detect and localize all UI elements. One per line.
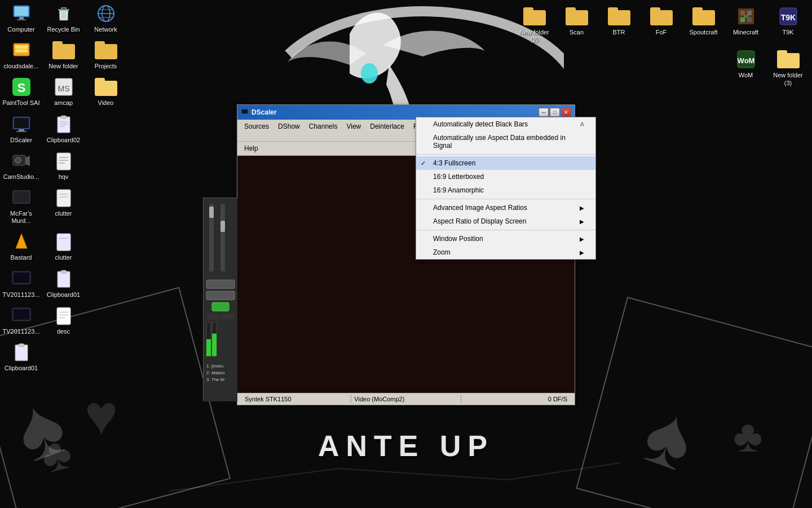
desktop-icon-clutter1[interactable]: clutter xyxy=(42,184,85,227)
clipboard01b-label: Clipboard01 xyxy=(5,365,38,372)
svg-rect-46 xyxy=(57,234,70,251)
desktop-icon-new-folder[interactable]: New folder xyxy=(42,37,85,72)
desktop-icon-tv20111231[interactable]: TV2011123... xyxy=(0,265,42,301)
restore-button[interactable]: □ xyxy=(550,108,560,117)
svg-rect-80 xyxy=(206,314,219,319)
menu-item-auto-detect-bars[interactable]: Automatically detect Black Bars A xyxy=(416,117,595,131)
svg-rect-71 xyxy=(242,110,248,113)
cloudsdale-label: cloudsdale... xyxy=(4,63,39,70)
desktop-icon-bastard[interactable]: Bastard xyxy=(0,228,42,264)
clipboard01-label: Clipboard01 xyxy=(47,291,80,299)
status-fps: 0 DF/S xyxy=(461,395,570,403)
desktop-icon-minecraft[interactable]: Minecraft xyxy=(725,3,767,46)
recycle-bin-icon xyxy=(52,2,75,25)
desktop-icon-network[interactable]: Network xyxy=(85,0,127,36)
scan-icon xyxy=(566,5,588,28)
desktop-icon-clutter2[interactable]: clutter xyxy=(42,228,85,264)
desktop-icon-scan[interactable]: Scan xyxy=(555,3,598,46)
desktop-icon-dscaler[interactable]: DScaler xyxy=(0,111,42,146)
svg-rect-26 xyxy=(14,118,29,128)
wom-icon: WoM xyxy=(735,48,757,71)
menu-dshow[interactable]: DShow xyxy=(273,121,304,140)
desktop-icon-camstudio[interactable]: CamStudio... xyxy=(0,147,42,183)
menu-help[interactable]: Help xyxy=(240,143,263,154)
aspect-ratio-dropdown: Automatically detect Black Bars A Automa… xyxy=(416,117,596,260)
desktop-icons-left: Computer Recycle Bin Network cloudsdale.… xyxy=(0,0,141,374)
desc-label: desc xyxy=(57,328,70,335)
network-label: Network xyxy=(94,26,117,33)
svg-rect-65 xyxy=(747,17,752,22)
t9k-label: T9K xyxy=(782,29,793,36)
desktop-icon-recycle-bin[interactable]: Recycle Bin xyxy=(42,0,85,36)
recycle-bin-label: Recycle Bin xyxy=(47,26,80,33)
menu-item-auto-aspect-data[interactable]: Automatically use Aspect Data embedded i… xyxy=(416,131,595,152)
menu-item-aspect-display[interactable]: Aspect Ratio of Display Screen ▶ xyxy=(416,214,595,228)
desktop-icon-painttool-sai[interactable]: S PaintTool SAI xyxy=(0,73,42,109)
desktop-icon-video[interactable]: Video xyxy=(85,73,127,109)
clutter1-icon xyxy=(52,186,75,209)
desktop-icon-clipboard01b[interactable]: Clipboard01 xyxy=(0,339,42,374)
advanced-image-label: Advanced Image Aspect Ratios xyxy=(433,204,527,212)
desktop-icon-clipboard02[interactable]: Clipboard02 xyxy=(42,111,85,146)
clipboard02-icon xyxy=(52,113,75,135)
desktop-icon-cloudsdale[interactable]: cloudsdale... xyxy=(0,37,42,72)
desktop-icon-mcfar[interactable]: McFar's Murd... xyxy=(0,184,42,227)
desktop-icon-wom[interactable]: WoM WoM xyxy=(725,46,767,89)
menu-sources[interactable]: Sources xyxy=(240,121,273,140)
amcap-label: amcap xyxy=(54,99,73,107)
computer-label: Computer xyxy=(7,26,34,33)
desktop-icon-btr[interactable]: BTR xyxy=(598,3,640,46)
menu-deinterlace[interactable]: Deinterlace xyxy=(365,121,409,140)
4-3-fullscreen-label: 4:3 Fullscreen xyxy=(433,159,475,167)
clipboard02-label: Clipboard02 xyxy=(47,137,80,144)
menu-item-4-3-fullscreen[interactable]: 4:3 Fullscreen xyxy=(416,156,595,170)
dscaler-label: DScaler xyxy=(10,137,32,144)
painttool-label: PaintTool SAI xyxy=(2,99,39,107)
desktop-icon-clipboard01[interactable]: Clipboard01 xyxy=(42,265,85,301)
desktop-icon-new-folder-2[interactable]: New folder (2) xyxy=(513,3,555,46)
window-position-arrow: ▶ xyxy=(580,236,584,242)
menu-channels[interactable]: Channels xyxy=(304,121,342,140)
desktop-icon-hqv[interactable]: hqv xyxy=(42,147,85,183)
menu-item-window-position[interactable]: Window Position ▶ xyxy=(416,232,595,246)
window-controls: ─ □ ✕ xyxy=(539,108,571,117)
desktop-icon-t9k[interactable]: T9K T9K xyxy=(767,3,809,46)
svg-rect-75 xyxy=(209,207,214,218)
svg-text:♣: ♣ xyxy=(733,411,763,461)
menu-item-advanced-image[interactable]: Advanced Image Aspect Ratios ▶ xyxy=(416,201,595,214)
desktop-icon-desc[interactable]: desc xyxy=(42,302,85,338)
desktop-icon-tv20111232[interactable]: TV2011123... xyxy=(0,302,42,338)
menu-item-16-9-anamorphic[interactable]: 16:9 Anamorphic xyxy=(416,183,595,197)
svg-text:♥: ♥ xyxy=(85,383,118,446)
btr-label: BTR xyxy=(613,29,625,36)
clipboard01-icon xyxy=(52,268,75,290)
separator-3 xyxy=(416,230,595,230)
close-button[interactable]: ✕ xyxy=(561,108,571,117)
svg-rect-54 xyxy=(57,308,70,325)
zoom-label: Zoom xyxy=(433,248,451,256)
menu-item-zoom[interactable]: Zoom ▶ xyxy=(416,246,595,259)
svg-rect-12 xyxy=(17,19,26,20)
minimize-button[interactable]: ─ xyxy=(539,108,549,117)
svg-rect-74 xyxy=(220,204,225,271)
menu-view[interactable]: View xyxy=(342,121,365,140)
svg-rect-81 xyxy=(220,314,235,319)
desktop-icon-new-folder-3[interactable]: New folder (3) xyxy=(767,46,809,89)
tv20111232-icon xyxy=(10,304,33,327)
svg-rect-51 xyxy=(61,270,67,273)
desktop-icon-spoutcraft[interactable]: Spoutcraft xyxy=(682,3,725,46)
svg-rect-19 xyxy=(15,45,28,52)
video-label: Video xyxy=(98,99,114,107)
desktop-icon-fof[interactable]: FoF xyxy=(640,3,682,46)
svg-rect-59 xyxy=(19,344,24,347)
separator-2 xyxy=(416,199,595,199)
fof-icon xyxy=(650,5,673,28)
desktop-icon-projects[interactable]: Projects xyxy=(85,37,127,72)
auto-aspect-data-label: Automatically use Aspect Data embedded i… xyxy=(433,134,584,150)
separator-1 xyxy=(416,154,595,155)
desktop-icon-amcap[interactable]: MS amcap xyxy=(42,73,85,109)
new-folder-3-icon xyxy=(777,48,800,71)
desktop-icon-computer[interactable]: Computer xyxy=(0,0,42,36)
bastard-label: Bastard xyxy=(11,254,32,261)
menu-item-16-9-letterboxed[interactable]: 16:9 Letterboxed xyxy=(416,170,595,183)
